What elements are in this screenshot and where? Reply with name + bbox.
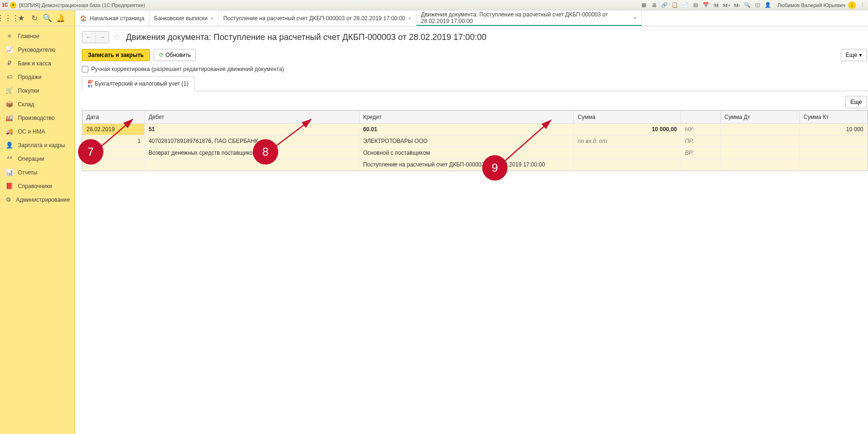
forward-button[interactable]: → — [95, 32, 109, 43]
cell-empty — [799, 159, 867, 171]
more-button-top[interactable]: Еще ▾ — [841, 49, 867, 61]
grid-row-1[interactable]: 28.02.2019 51 60.01 10 000,00 НУ: 10 000 — [83, 124, 868, 135]
cell-sum-dt — [720, 124, 799, 135]
sidebar: ≡Главное 📈Руководителю ₽Банк и касса 🏷Пр… — [0, 26, 75, 434]
favorite-star-icon[interactable]: ☆ — [113, 32, 122, 42]
toolbar-row: ⋮⋮⋮ ★ ↻ 🔍 🔔 🏠 Начальная страница Банковс… — [0, 10, 868, 26]
barchart-icon: 📊 — [6, 169, 13, 176]
cell-empty — [83, 159, 145, 171]
refresh-button[interactable]: ⟳ Обновить — [154, 49, 196, 61]
col-debit[interactable]: Дебет — [145, 111, 360, 124]
window-icon[interactable]: ◫ — [754, 1, 761, 9]
link-icon[interactable]: 🔗 — [661, 1, 668, 9]
clipboard-icon[interactable]: 📋 — [671, 1, 679, 9]
print-icon[interactable]: 🖶 — [650, 1, 658, 9]
calc-icon[interactable]: ▤ — [692, 1, 699, 9]
save-close-button[interactable]: Записать и закрыть — [82, 49, 150, 61]
logo-1c-icon: 1C — [2, 2, 8, 8]
bell-icon[interactable]: 🔔 — [55, 12, 67, 24]
sidebar-item-admin[interactable]: ⚙Администрирование — [0, 193, 75, 206]
apps-icon[interactable]: ⋮⋮⋮ — [2, 12, 14, 24]
grid-row-3[interactable]: Возврат денежных средств поставщиком Осн… — [83, 147, 868, 159]
tab-receipt[interactable]: Поступление на расчетный счет ДКБП-00000… — [219, 10, 416, 26]
sidebar-item-operations[interactable]: ᴬᴷОперации — [0, 152, 75, 166]
sidebar-item-purchases[interactable]: 🛒Покупки — [0, 84, 75, 97]
user-name[interactable]: Любимов Валерий Юрьевич — [777, 2, 845, 8]
col-date[interactable]: Дата — [83, 111, 145, 124]
col-sum[interactable]: Сумма — [574, 111, 681, 124]
action-row: Записать и закрыть ⟳ Обновить Еще ▾ — [82, 49, 868, 61]
refresh-label: Обновить — [165, 52, 191, 58]
cell-sum-note: по вх.д. от — [574, 135, 681, 147]
sidebar-item-assets[interactable]: 🚚ОС и НМА — [0, 125, 75, 138]
chart-icon: 📈 — [6, 46, 13, 53]
m-button[interactable]: M — [712, 1, 720, 9]
col-blank[interactable] — [681, 111, 720, 124]
star-icon[interactable]: ★ — [15, 12, 27, 24]
manual-edit-row: Ручная корректировка (разрешает редактир… — [82, 66, 868, 72]
sidebar-item-directories[interactable]: 📕Справочники — [0, 179, 75, 193]
tab-label: Движения документа: Поступление на расче… — [421, 11, 631, 24]
window-title: [КОПИЯ] Демонстрационная база (1С:Предпр… — [19, 2, 640, 8]
history-icon[interactable]: ↻ — [28, 12, 40, 24]
menu-dots-icon[interactable]: ⋮ — [859, 1, 866, 9]
home-icon: 🏠 — [80, 15, 87, 22]
grid-icon[interactable]: ▦ — [640, 1, 648, 9]
cell-pr: ПР: — [681, 135, 720, 147]
sidebar-item-reports[interactable]: 📊Отчеты — [0, 166, 75, 179]
col-sum-dt[interactable]: Сумма Дт — [720, 111, 799, 124]
more-button-grid[interactable]: Еще — [845, 96, 867, 108]
doc-icon[interactable]: 📄 — [681, 1, 689, 9]
dropdown-button[interactable]: ▾ — [10, 2, 16, 8]
sidebar-item-salary[interactable]: 👤Зарплата и кадры — [0, 138, 75, 152]
cell-empty — [574, 159, 681, 171]
back-button[interactable]: ← — [82, 32, 95, 43]
sidebar-item-main[interactable]: ≡Главное — [0, 29, 75, 43]
cell-empty — [145, 159, 360, 171]
sidebar-item-bank[interactable]: ₽Банк и касса — [0, 56, 75, 70]
tab-label: Банковские выписки — [154, 15, 208, 22]
sidebar-item-label: Справочники — [18, 183, 52, 189]
doc-tab-accounting[interactable]: ДтКт Бухгалтерский и налоговый учет (1) — [82, 76, 195, 91]
tab-bank-statements[interactable]: Банковские выписки × — [149, 10, 219, 26]
accounting-grid: Дата Дебет Кредит Сумма Сумма Дт Сумма К… — [82, 110, 868, 171]
sidebar-item-production[interactable]: 🏭Производство — [0, 111, 75, 125]
doc-tab-label: Бухгалтерский и налоговый учет (1) — [95, 80, 188, 87]
cell-empty — [83, 147, 145, 159]
close-icon[interactable]: × — [633, 15, 636, 21]
grid-row-4[interactable]: Поступление на расчетный счет ДКБП-00000… — [83, 159, 868, 171]
sidebar-item-label: Главное — [18, 33, 39, 39]
tab-label: Поступление на расчетный счет ДКБП-00000… — [223, 15, 405, 22]
close-icon[interactable]: × — [408, 16, 411, 21]
m-plus-button[interactable]: M+ — [723, 1, 730, 9]
col-credit[interactable]: Кредит — [359, 111, 574, 124]
sidebar-item-label: Производство — [18, 115, 55, 121]
close-icon[interactable]: × — [211, 16, 213, 21]
manual-edit-checkbox[interactable] — [82, 66, 88, 72]
sidebar-item-manager[interactable]: 📈Руководителю — [0, 43, 75, 56]
sidebar-item-label: Банк и касса — [18, 60, 51, 67]
info-icon[interactable]: i — [848, 1, 856, 9]
menu-icon: ≡ — [6, 32, 13, 39]
search-icon[interactable]: 🔍 — [41, 12, 54, 24]
grid-row-2[interactable]: 1 40702810789189761876, ПАО СБЕРБАНК ЭЛЕ… — [83, 135, 868, 147]
cell-empty — [720, 147, 799, 159]
col-sum-kt[interactable]: Сумма Кт — [799, 111, 867, 124]
calendar-icon[interactable]: 📅 — [702, 1, 710, 9]
zoom-icon[interactable]: 🔍 — [743, 1, 751, 9]
sidebar-item-sales[interactable]: 🏷Продажи — [0, 70, 75, 84]
tab-home[interactable]: 🏠 Начальная страница — [75, 10, 149, 26]
cell-credit-sub1: ЭЛЕКТРОТОВАРЫ ООО — [359, 135, 574, 147]
sidebar-item-label: Продажи — [18, 74, 41, 80]
sidebar-item-warehouse[interactable]: 📦Склад — [0, 97, 75, 111]
sidebar-item-label: Склад — [18, 101, 34, 108]
manual-edit-label: Ручная корректировка (разрешает редактир… — [91, 66, 284, 72]
m-minus-button[interactable]: M- — [733, 1, 741, 9]
cell-empty — [720, 159, 799, 171]
sidebar-item-label: Операции — [18, 156, 44, 162]
grid-wrap: Дата Дебет Кредит Сумма Сумма Дт Сумма К… — [82, 110, 868, 171]
cell-credit-sub2: Основной с поставщиком — [359, 147, 574, 159]
tab-movements[interactable]: Движения документа: Поступление на расче… — [416, 10, 642, 26]
cart-icon: 🛒 — [6, 87, 13, 94]
more-row: Еще — [82, 96, 867, 108]
